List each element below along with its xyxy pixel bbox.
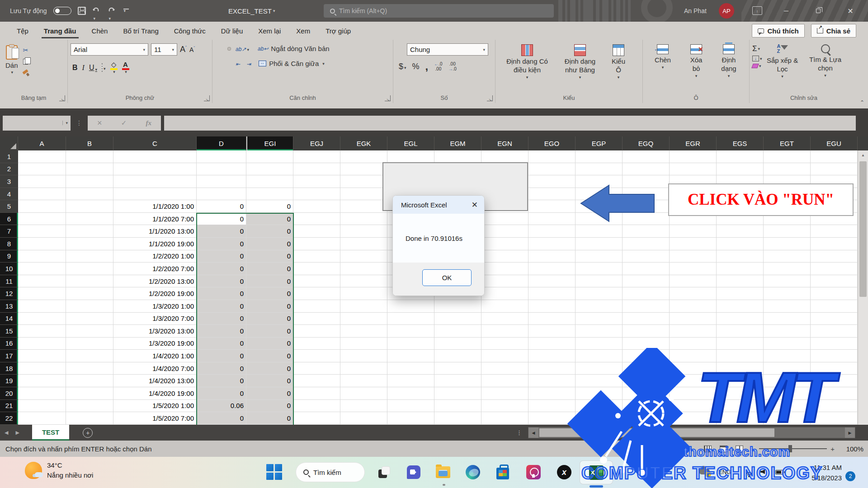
- next-sheet-icon[interactable]: ▶: [15, 430, 19, 436]
- cell-A22[interactable]: [18, 412, 66, 425]
- excel-taskbar-tile[interactable]: [580, 460, 613, 484]
- cell-EGK2[interactable]: [340, 163, 387, 176]
- insert-cells-button[interactable]: Chèn: [646, 43, 680, 92]
- cell-EGP12[interactable]: [576, 287, 623, 300]
- cell-EGN1[interactable]: [481, 150, 528, 163]
- row-header-20[interactable]: 20: [0, 387, 18, 400]
- column-header-A[interactable]: A: [18, 136, 66, 150]
- cell-EGJ22[interactable]: [293, 412, 340, 425]
- cell-B18[interactable]: [66, 362, 113, 375]
- cell-EGR1[interactable]: [670, 150, 717, 163]
- cell-C12[interactable]: 1/2/2020 19:00: [113, 287, 197, 300]
- cell-EGL13[interactable]: [387, 300, 434, 313]
- cell-EGR8[interactable]: [670, 238, 717, 250]
- cell-A7[interactable]: [18, 225, 66, 238]
- cell-EGS15[interactable]: [717, 325, 764, 338]
- cell-EGN7[interactable]: [481, 225, 528, 238]
- row-header-18[interactable]: 18: [0, 362, 18, 375]
- cell-EGK21[interactable]: [340, 400, 387, 413]
- cell-styles-button[interactable]: Kiểu Ô: [604, 43, 633, 92]
- tab-Xem[interactable]: Xem: [288, 22, 318, 40]
- wrap-text-button[interactable]: ab↩ Ngắt dòng Văn bản: [258, 45, 330, 52]
- cell-C3[interactable]: [113, 175, 197, 188]
- cut-icon[interactable]: ✂: [21, 46, 31, 54]
- cell-EGK10[interactable]: [340, 263, 387, 275]
- name-box[interactable]: [3, 116, 71, 131]
- cell-EGI20[interactable]: 0: [246, 387, 293, 400]
- red-person-app-icon[interactable]: [524, 463, 542, 481]
- redo-icon[interactable]: [108, 7, 117, 15]
- align-bottom-icon[interactable]: [228, 47, 231, 50]
- row-header-13[interactable]: 13: [0, 300, 18, 313]
- cell-EGP1[interactable]: [576, 150, 623, 163]
- cell-EGR12[interactable]: [670, 287, 717, 300]
- cell-B2[interactable]: [66, 163, 113, 176]
- format-painter-icon[interactable]: [21, 69, 31, 77]
- cell-EGM20[interactable]: [434, 387, 481, 400]
- scroll-up-icon[interactable]: ▲: [858, 150, 868, 160]
- cell-EGT17[interactable]: [764, 350, 811, 362]
- cell-EGT20[interactable]: [764, 387, 811, 400]
- cell-EGK15[interactable]: [340, 325, 387, 338]
- cell-A1[interactable]: [18, 150, 66, 163]
- cell-EGR13[interactable]: [670, 300, 717, 313]
- cell-A21[interactable]: [18, 400, 66, 413]
- cell-EGI2[interactable]: [246, 163, 293, 176]
- cell-EGI17[interactable]: 0: [246, 350, 293, 362]
- cell-EGO14[interactable]: [528, 313, 576, 325]
- cell-B22[interactable]: [66, 412, 113, 425]
- cell-EGT18[interactable]: [764, 362, 811, 375]
- cell-EGO1[interactable]: [528, 150, 576, 163]
- taskbar-search[interactable]: Tìm kiếm: [296, 462, 365, 482]
- tab-Trợ giúp[interactable]: Trợ giúp: [318, 22, 359, 40]
- zoom-out-icon[interactable]: −: [751, 445, 755, 453]
- cell-EGI10[interactable]: 0: [246, 263, 293, 275]
- cell-EGJ20[interactable]: [293, 387, 340, 400]
- cell-EGJ18[interactable]: [293, 362, 340, 375]
- cell-EGN13[interactable]: [481, 300, 528, 313]
- column-header-EGN[interactable]: EGN: [481, 136, 528, 150]
- cell-EGR19[interactable]: [670, 375, 717, 387]
- scroll-right-icon[interactable]: ▶: [845, 427, 855, 438]
- cell-D10[interactable]: 0: [197, 263, 246, 275]
- hidden-icons-chevron[interactable]: ⌃: [682, 469, 686, 475]
- cell-EGN8[interactable]: [481, 238, 528, 250]
- cell-EGK1[interactable]: [340, 150, 387, 163]
- left-arrow-shape[interactable]: [580, 184, 655, 222]
- borders-button[interactable]: [102, 64, 106, 71]
- cell-EGQ11[interactable]: [623, 275, 670, 288]
- cell-D4[interactable]: [197, 188, 246, 201]
- copy-icon[interactable]: [21, 57, 31, 66]
- cell-B8[interactable]: [66, 238, 113, 250]
- cell-EGI4[interactable]: [246, 188, 293, 201]
- column-header-EGI[interactable]: EGI: [246, 136, 293, 150]
- cell-A14[interactable]: [18, 313, 66, 325]
- cell-EGK17[interactable]: [340, 350, 387, 362]
- find-select-button[interactable]: Tìm & Lựa chọn: [803, 43, 848, 92]
- vertical-scrollbar[interactable]: ▲: [858, 150, 868, 425]
- cell-EGS12[interactable]: [717, 287, 764, 300]
- cell-C1[interactable]: [113, 150, 197, 163]
- cell-C11[interactable]: 1/2/2020 13:00: [113, 275, 197, 288]
- cell-EGS16[interactable]: [717, 338, 764, 350]
- number-dialog-launcher-icon[interactable]: [487, 95, 493, 101]
- cell-EGT2[interactable]: [764, 163, 811, 176]
- cell-EGQ16[interactable]: [623, 338, 670, 350]
- cell-EGO22[interactable]: [528, 412, 576, 425]
- tab-Công thức[interactable]: Công thức: [166, 22, 213, 40]
- cell-EGT11[interactable]: [764, 275, 811, 288]
- row-header-3[interactable]: 3: [0, 175, 18, 188]
- cell-EGN20[interactable]: [481, 387, 528, 400]
- language-indicator[interactable]: ENG: [718, 469, 731, 475]
- row-header-17[interactable]: 17: [0, 350, 18, 362]
- cell-EGI21[interactable]: 0: [246, 400, 293, 413]
- cell-EGQ10[interactable]: [623, 263, 670, 275]
- dialog-close-icon[interactable]: ✕: [472, 200, 478, 210]
- column-header-EGL[interactable]: EGL: [387, 136, 434, 150]
- cell-EGQ22[interactable]: [623, 412, 670, 425]
- cell-B4[interactable]: [66, 188, 113, 201]
- cell-EGT12[interactable]: [764, 287, 811, 300]
- cell-EGN21[interactable]: [481, 400, 528, 413]
- cell-EGP14[interactable]: [576, 313, 623, 325]
- font-size-combo[interactable]: 11: [151, 43, 177, 56]
